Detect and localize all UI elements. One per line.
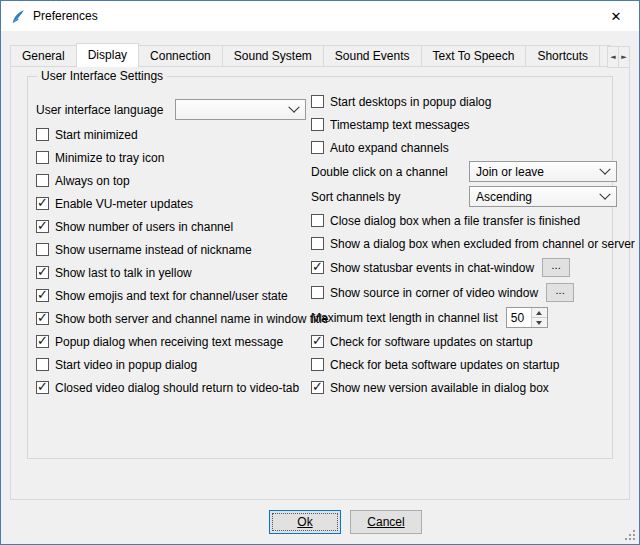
resize-grip[interactable] <box>623 528 636 541</box>
checkbox-desktops-popup[interactable]: Start desktops in popup dialog <box>311 90 617 113</box>
checkbox-statusbar-events[interactable]: Show statusbar events in chat-window <box>311 255 534 280</box>
tab-sound-events[interactable]: Sound Events <box>323 45 422 67</box>
checkbox-label: Start desktops in popup dialog <box>330 95 491 109</box>
display-tab-pane: User Interface Settings User interface l… <box>10 66 630 500</box>
chevron-down-icon <box>288 101 299 112</box>
checkbox-label: Popup dialog when receiving text message <box>55 335 283 349</box>
dropdown-value: Join or leave <box>476 165 544 179</box>
checkbox-icon <box>36 197 49 210</box>
spin-down-button[interactable] <box>532 317 547 327</box>
cancel-button[interactable]: Cancel <box>350 510 422 534</box>
checkbox-icon <box>311 381 324 394</box>
checkbox-icon <box>36 128 49 141</box>
checkbox-timestamp-messages[interactable]: Timestamp text messages <box>311 113 617 136</box>
checkbox-check-updates[interactable]: Check for software updates on startup <box>311 330 617 353</box>
checkbox-icon <box>311 358 324 371</box>
checkbox-icon <box>36 243 49 256</box>
cancel-button-label: Cancel <box>367 515 404 529</box>
spinner-buttons <box>531 308 547 327</box>
tab-text-to-speech[interactable]: Text To Speech <box>421 45 527 67</box>
checkbox-icon <box>36 358 49 371</box>
checkbox-icon <box>311 335 324 348</box>
checkbox-label: Timestamp text messages <box>330 118 470 132</box>
checkbox-minimize-to-tray[interactable]: Minimize to tray icon <box>36 146 308 169</box>
checkbox-emojis-and-text[interactable]: Show emojis and text for channel/user st… <box>36 284 308 307</box>
checkbox-label: Close dialog box when a file transfer is… <box>330 214 580 228</box>
tab-strip: General Display Connection Sound System … <box>10 43 611 67</box>
checkbox-icon <box>36 266 49 279</box>
checkbox-label: Show statusbar events in chat-window <box>330 261 534 275</box>
checkbox-icon <box>36 381 49 394</box>
checkbox-icon <box>36 151 49 164</box>
checkbox-icon <box>311 141 324 154</box>
checkbox-show-user-count[interactable]: Show number of users in channel <box>36 215 308 238</box>
double-click-select[interactable]: Join or leave <box>469 161 617 182</box>
checkbox-check-beta-updates[interactable]: Check for beta software updates on start… <box>311 353 617 376</box>
checkbox-new-version-dialog[interactable]: Show new version available in dialog box <box>311 376 617 399</box>
max-text-length-label: Maximum text length in channel list <box>311 311 498 325</box>
checkbox-label: Check for software updates on startup <box>330 335 533 349</box>
video-source-row: Show source in corner of video window ..… <box>311 280 617 305</box>
user-interface-settings-group: User Interface Settings User interface l… <box>27 76 613 459</box>
checkbox-icon <box>311 214 324 227</box>
checkbox-popup-on-text-message[interactable]: Popup dialog when receiving text message <box>36 330 308 353</box>
double-click-label: Double click on a channel <box>311 165 448 179</box>
checkbox-closed-video-return[interactable]: Closed video dialog should return to vid… <box>36 376 308 399</box>
tab-sound-system[interactable]: Sound System <box>222 45 324 67</box>
statusbar-events-row: Show statusbar events in chat-window ... <box>311 255 617 280</box>
checkbox-vu-meter-updates[interactable]: Enable VU-meter updates <box>36 192 308 215</box>
checkbox-label: Show username instead of nickname <box>55 243 252 257</box>
checkbox-icon <box>311 286 324 299</box>
checkbox-auto-expand-channels[interactable]: Auto expand channels <box>311 136 617 159</box>
checkbox-always-on-top[interactable]: Always on top <box>36 169 308 192</box>
tab-scroll-right-icon[interactable]: ► <box>618 46 630 68</box>
ok-button[interactable]: Ok <box>269 510 341 534</box>
spin-up-icon <box>536 311 542 315</box>
ok-button-label: Ok <box>297 515 312 529</box>
checkbox-video-popup-dialog[interactable]: Start video in popup dialog <box>36 353 308 376</box>
sort-channels-select[interactable]: Ascending <box>469 186 617 207</box>
checkbox-dialog-on-excluded[interactable]: Show a dialog box when excluded from cha… <box>311 232 617 255</box>
checkbox-icon <box>311 237 324 250</box>
window-title: Preferences <box>33 9 98 23</box>
statusbar-events-more-button[interactable]: ... <box>542 258 570 277</box>
checkbox-show-username[interactable]: Show username instead of nickname <box>36 238 308 261</box>
tab-general[interactable]: General <box>10 45 77 67</box>
checkbox-icon <box>36 174 49 187</box>
checkbox-label: Check for beta software updates on start… <box>330 358 559 372</box>
language-select[interactable] <box>175 99 306 120</box>
video-source-more-button[interactable]: ... <box>546 283 574 302</box>
checkbox-label: Show emojis and text for channel/user st… <box>55 289 288 303</box>
checkbox-close-on-transfer-finished[interactable]: Close dialog box when a file transfer is… <box>311 209 617 232</box>
checkbox-label: Show new version available in dialog box <box>330 381 549 395</box>
tab-shortcuts[interactable]: Shortcuts <box>525 45 600 67</box>
checkbox-icon <box>36 335 49 348</box>
app-logo-icon <box>9 8 26 25</box>
checkbox-icon <box>311 118 324 131</box>
spinner-value: 50 <box>507 308 531 327</box>
checkbox-video-source-corner[interactable]: Show source in corner of video window <box>311 280 538 305</box>
checkbox-label: Show a dialog box when excluded from cha… <box>330 237 635 251</box>
checkbox-label: Minimize to tray icon <box>55 151 164 165</box>
spin-up-button[interactable] <box>532 308 547 317</box>
max-text-length-spinner[interactable]: 50 <box>506 307 548 328</box>
spin-down-icon <box>536 321 542 325</box>
checkbox-label: Closed video dialog should return to vid… <box>55 381 299 395</box>
checkbox-start-minimized[interactable]: Start minimized <box>36 123 308 146</box>
checkbox-last-to-talk-yellow[interactable]: Show last to talk in yellow <box>36 261 308 284</box>
checkbox-server-channel-in-title[interactable]: Show both server and channel name in win… <box>36 307 308 330</box>
close-button[interactable]: ✕ <box>593 1 639 31</box>
checkbox-label: Show last to talk in yellow <box>55 266 192 280</box>
chevron-down-icon <box>599 163 610 174</box>
checkbox-icon <box>311 95 324 108</box>
checkbox-icon <box>36 289 49 302</box>
tab-connection[interactable]: Connection <box>138 45 223 67</box>
checkbox-icon <box>36 220 49 233</box>
language-label: User interface language <box>36 103 175 117</box>
tab-display[interactable]: Display <box>76 43 139 67</box>
left-column: User interface language Start minimized … <box>36 96 308 399</box>
checkbox-label: Enable VU-meter updates <box>55 197 193 211</box>
title-bar[interactable]: Preferences ✕ <box>1 1 639 31</box>
dropdown-value: Ascending <box>476 190 532 204</box>
checkbox-icon <box>311 261 324 274</box>
